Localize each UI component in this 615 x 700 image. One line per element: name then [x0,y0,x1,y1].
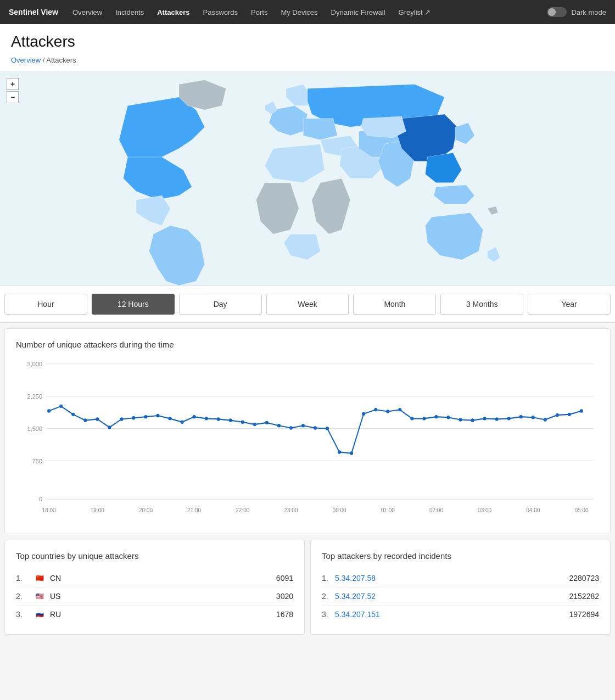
svg-text:04:00: 04:00 [526,507,540,513]
country-id[interactable] [434,185,474,204]
chart-dot [96,417,99,421]
svg-text:02:00: 02:00 [429,507,443,513]
attacker-ip-1[interactable]: 5.34.207.58 [335,574,406,583]
nav-overview[interactable]: Overview [67,6,108,19]
nav-ports[interactable]: Ports [245,6,273,19]
country-ca[interactable] [119,97,205,166]
map-zoom-in[interactable]: + [7,78,19,90]
svg-text:01:00: 01:00 [381,507,395,513]
chart-dot [217,417,220,421]
count-cn: 6091 [276,574,293,583]
chart-svg: 3,000 2,250 1,500 750 0 [16,358,599,523]
chart-dot [120,417,123,421]
country-mx[interactable] [136,195,170,226]
country-us[interactable] [124,157,192,200]
breadcrumb-home[interactable]: Overview [11,56,41,64]
country-jp[interactable] [455,123,474,144]
chart-dot [507,417,511,420]
time-filter-month[interactable]: Month [353,294,436,315]
chart-dot [289,426,293,429]
time-filter-day[interactable]: Day [179,294,262,315]
country-ee[interactable] [303,119,337,140]
attacker-ip-3[interactable]: 5.34.207.151 [335,610,406,619]
chart-dot [229,418,232,422]
attacker-row-3: 3. 5.34.207.151 1972694 [322,606,599,623]
country-af-east[interactable] [312,178,350,234]
time-filter-week[interactable]: Week [266,294,349,315]
dark-mode-toggle[interactable] [547,7,567,17]
chart-dot [277,424,281,427]
nav-my-devices[interactable]: My Devices [275,6,323,19]
world-map[interactable] [0,71,615,285]
country-br[interactable] [149,226,204,285]
svg-text:2,250: 2,250 [27,393,43,400]
navigation: Sentinel View Overview Incidents Attacke… [0,0,615,24]
nav-dynamic-firewall[interactable]: Dynamic Firewall [326,6,391,19]
chart-dot [544,418,547,421]
country-row-2: 2. 🇺🇸 US 3020 [16,587,293,606]
chart-dot [422,417,426,420]
brand-logo: Sentinel View [9,8,58,16]
chart-dot [241,421,244,424]
time-filter-3-months[interactable]: 3 Months [440,294,523,315]
chart-dot [314,426,317,429]
flag-ru: 🇷🇺 [33,611,46,619]
attacker-rank-3: 3. [322,610,335,619]
chart-dot [71,413,75,416]
country-af-north[interactable] [265,144,325,183]
chart-dot [253,423,256,426]
svg-text:19:00: 19:00 [91,507,104,513]
attacker-count-1: 2280723 [569,574,599,583]
nav-incidents[interactable]: Incidents [110,6,149,19]
chart-dot [519,415,523,418]
nav-passwords[interactable]: Passwords [198,6,244,19]
country-row-1: 1. 🇨🇳 CN 6091 [16,569,293,587]
chart-dot [169,417,172,420]
svg-text:3,000: 3,000 [27,361,43,367]
map-controls: + − [7,78,19,103]
svg-text:750: 750 [32,457,42,464]
attacker-row-2: 2. 5.34.207.52 2152282 [322,587,599,606]
top-countries-panel: Top countries by unique attackers 1. 🇨🇳 … [4,540,305,635]
chart-title: Number of unique attackers during the ti… [16,340,599,349]
country-pacific[interactable] [488,206,499,215]
bottom-panels: Top countries by unique attackers 1. 🇨🇳 … [4,540,611,635]
country-kz[interactable] [361,116,406,138]
country-sea[interactable] [426,153,462,183]
chart-dot [410,417,413,420]
chart-dot [434,415,438,418]
svg-text:23:00: 23:00 [284,507,298,513]
nav-greylist[interactable]: Greylist ↗ [393,6,437,19]
attacker-rank-2: 2. [322,592,335,601]
attacker-count-3: 1972694 [569,610,599,619]
chart-dot [580,409,583,412]
nav-attackers[interactable]: Attackers [152,6,195,19]
flag-us: 🇺🇸 [33,592,46,601]
chart-dot [326,427,329,430]
page-header: Attackers Overview / Attackers [0,24,615,71]
country-ru: RU [50,610,66,619]
country-za[interactable] [284,234,320,260]
nav-right: Dark mode [547,7,606,17]
country-nz[interactable] [488,247,500,262]
svg-text:0: 0 [39,496,42,502]
time-filter-bar: Hour12 HoursDayWeekMonth3 MonthsYear [0,286,615,323]
map-zoom-out[interactable]: − [7,91,19,103]
chart-dot [144,415,147,418]
country-au[interactable] [426,212,483,260]
country-af-west[interactable] [256,183,299,234]
flag-cn: 🇨🇳 [33,574,46,583]
attacker-ip-2[interactable]: 5.34.207.52 [335,592,406,601]
chart-dot [301,424,305,427]
time-filter-year[interactable]: Year [528,294,611,315]
rank-3: 3. [16,610,29,619]
rank-2: 2. [16,592,29,601]
time-filter-12-hours[interactable]: 12 Hours [92,294,175,315]
attacker-row-1: 1. 5.34.207.58 2280723 [322,569,599,587]
country-cn: CN [50,574,66,583]
count-us: 3020 [276,592,293,601]
svg-text:03:00: 03:00 [478,507,491,513]
chart-dot [181,421,184,424]
chart-dot [398,408,401,411]
time-filter-hour[interactable]: Hour [4,294,87,315]
